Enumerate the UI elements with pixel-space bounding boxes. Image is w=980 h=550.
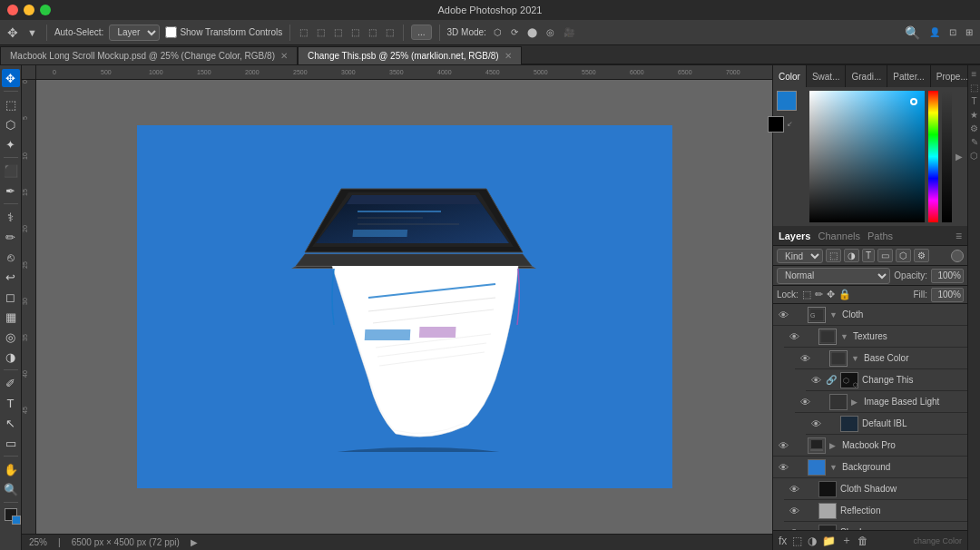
lasso-tool[interactable]: ⬡	[2, 115, 20, 133]
align-center-icon[interactable]: ⬚	[315, 27, 327, 37]
layer-expand-ibl[interactable]: ▶	[851, 398, 860, 407]
gradient-tool[interactable]: ▦	[2, 308, 20, 326]
pen-tool[interactable]: ✐	[2, 374, 20, 392]
3d-icon1[interactable]: ⬡	[492, 27, 504, 37]
show-transform-checkbox[interactable]	[165, 26, 177, 38]
layers-tab[interactable]: Layers	[779, 231, 810, 241]
filter-smart-extra[interactable]: ⚙	[914, 249, 929, 262]
layer-visibility-ibl[interactable]: 👁	[799, 396, 811, 408]
align-right-icon[interactable]: ⬚	[332, 27, 344, 37]
patterns-panel-tab[interactable]: Patter...	[887, 65, 930, 87]
fill-input[interactable]	[931, 288, 964, 302]
layer-delete-icon[interactable]: 🗑	[858, 535, 868, 547]
panel-btn-2[interactable]: ⬚	[970, 83, 978, 93]
layer-expand-bg-group[interactable]: ▼	[829, 463, 838, 472]
shape-tool[interactable]: ▭	[2, 434, 20, 452]
tool-options-icon[interactable]: ▼	[25, 27, 39, 38]
align-bottom-icon[interactable]: ⬚	[384, 27, 396, 37]
3d-icon3[interactable]: ⬤	[525, 27, 539, 37]
align-top-icon[interactable]: ⬚	[349, 27, 361, 37]
layer-macbook-pro[interactable]: 👁 ▶ Macbook Pro	[773, 435, 967, 457]
layer-visibility-bg-group[interactable]: 👁	[777, 461, 789, 474]
layer-expand-textures[interactable]: ▼	[840, 332, 849, 341]
path-select-tool[interactable]: ↖	[2, 414, 20, 432]
layer-cloth-shadow[interactable]: 👁 Cloth Shadow	[784, 478, 967, 500]
filter-smart-icon[interactable]: ⬡	[896, 249, 911, 262]
layer-group-icon[interactable]: 📁	[822, 535, 836, 547]
hand-tool[interactable]: ✋	[2, 460, 20, 478]
layer-adjustment-icon[interactable]: ◑	[808, 535, 817, 547]
layers-panel-menu[interactable]: ≡	[956, 230, 962, 242]
move-tool-icon[interactable]: ✥	[5, 25, 20, 40]
lock-all-icon[interactable]: 🔒	[838, 289, 851, 300]
filter-shape-icon[interactable]: ▭	[877, 249, 893, 262]
expand-icon[interactable]: ⊞	[964, 27, 975, 37]
layer-base-color[interactable]: 👁 ▼ Base Color	[795, 348, 967, 369]
layer-expand-macbook[interactable]: ▶	[829, 441, 838, 450]
color-gradient-picker[interactable]	[809, 91, 925, 222]
lock-move-icon[interactable]: ✥	[827, 289, 835, 300]
panel-btn-1[interactable]: ≡	[972, 69, 977, 79]
foreground-color[interactable]	[5, 508, 17, 521]
clone-stamp-tool[interactable]: ⎋	[2, 248, 20, 266]
background-color[interactable]	[12, 516, 21, 525]
3d-icon4[interactable]: ◎	[544, 27, 556, 37]
dodge-tool[interactable]: ◑	[2, 348, 20, 366]
panel-btn-4[interactable]: ★	[970, 110, 978, 120]
tab-close-1[interactable]: ✕	[280, 51, 288, 61]
3d-icon2[interactable]: ⟳	[509, 27, 520, 37]
move-tool[interactable]: ✥	[2, 69, 20, 87]
canvas-viewport[interactable]	[36, 80, 772, 534]
layer-shadow[interactable]: 👁 Shadow	[784, 522, 967, 530]
filter-pixel-icon[interactable]: ⬚	[826, 249, 841, 262]
window-controls[interactable]: ⊡	[947, 27, 958, 37]
layer-visibility-cloth-shadow[interactable]: 👁	[788, 483, 800, 496]
marquee-tool[interactable]: ⬚	[2, 95, 20, 113]
eraser-tool[interactable]: ◻	[2, 288, 20, 306]
paths-tab[interactable]: Paths	[867, 231, 893, 241]
zoom-tool[interactable]: 🔍	[2, 480, 20, 498]
status-arrow[interactable]: ▶	[191, 537, 198, 547]
layer-image-based-light[interactable]: 👁 ▶ Image Based Light	[795, 391, 967, 413]
layer-reflection[interactable]: 👁 Reflection	[784, 500, 967, 522]
quick-select-tool[interactable]: ✦	[2, 135, 20, 153]
filter-toggle-btn[interactable]	[951, 250, 964, 262]
blur-tool[interactable]: ◎	[2, 328, 20, 346]
minimize-button[interactable]	[24, 5, 34, 15]
hue-slider[interactable]	[928, 91, 938, 222]
panel-expand-btn[interactable]: ▶	[956, 91, 964, 222]
layer-expand-base-color[interactable]: ▼	[851, 354, 860, 363]
layer-cloth[interactable]: 👁 G ▼ Cloth	[773, 304, 967, 326]
lock-transparent-icon[interactable]: ⬚	[802, 289, 811, 300]
layer-expand-cloth[interactable]: ▼	[829, 310, 838, 319]
eyedropper-tool[interactable]: ✒	[2, 182, 20, 200]
layer-visibility-cloth[interactable]: 👁	[777, 309, 789, 321]
3d-icon5[interactable]: 🎥	[562, 27, 576, 37]
layer-change-this[interactable]: 👁 🔗 ⬡ ⬡ Change This	[806, 369, 967, 391]
filter-type-icon[interactable]: T	[862, 249, 875, 262]
lock-brush-icon[interactable]: ✏	[815, 289, 823, 300]
layer-visibility-default-ibl[interactable]: 👁	[809, 417, 822, 430]
color-panel-tab[interactable]: Color	[773, 65, 807, 87]
layer-visibility-textures[interactable]: 👁	[788, 330, 800, 343]
type-tool[interactable]: T	[2, 394, 20, 412]
layer-add-icon[interactable]: ＋	[841, 533, 852, 548]
panel-btn-6[interactable]: ✎	[971, 137, 978, 147]
layer-textures[interactable]: 👁 ▼ Textures	[784, 326, 967, 348]
foreground-swatch[interactable]	[777, 91, 797, 111]
align-left-icon[interactable]: ⬚	[298, 27, 309, 37]
layer-visibility-change-this[interactable]: 👁	[809, 374, 822, 387]
show-transform-label[interactable]: Show Transform Controls	[165, 26, 282, 38]
crop-tool[interactable]: ⬛	[2, 162, 20, 180]
layer-visibility-macbook[interactable]: 👁	[777, 439, 789, 452]
history-brush-tool[interactable]: ↩	[2, 268, 20, 286]
layer-filter-select[interactable]: Kind	[777, 249, 823, 263]
layer-default-ibl[interactable]: 👁 Default IBL	[806, 413, 967, 435]
filter-adjustment-icon[interactable]: ◑	[844, 249, 859, 262]
tab-macbook-scroll[interactable]: Macbook Long Scroll Mockup.psd @ 25% (Ch…	[0, 46, 298, 64]
blend-mode-select[interactable]: Normal	[777, 268, 890, 284]
layer-background-group[interactable]: 👁 ▼ Background	[773, 457, 967, 478]
panel-btn-7[interactable]: ⬡	[970, 151, 978, 161]
panel-btn-5[interactable]: ⚙	[970, 123, 978, 133]
align-middle-icon[interactable]: ⬚	[367, 27, 378, 37]
